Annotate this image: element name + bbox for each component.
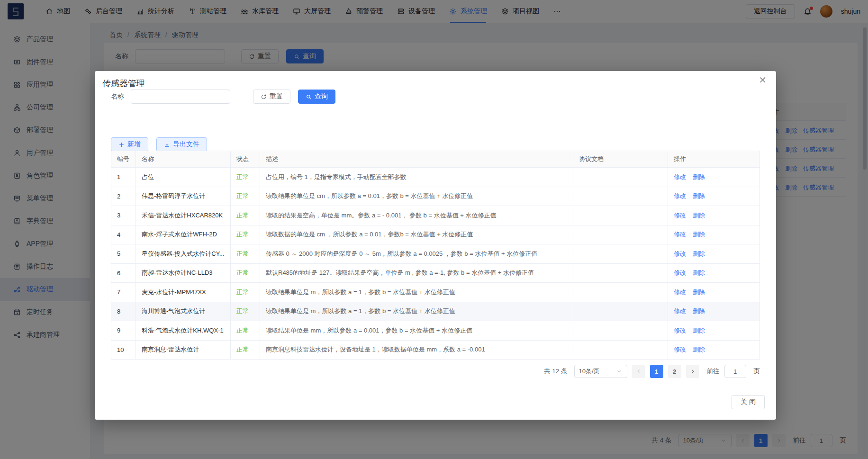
cell-status: 正常 [231, 225, 260, 244]
status-badge: 正常 [236, 192, 249, 200]
column-header: 名称 [136, 151, 231, 167]
cell-id: 3 [111, 206, 136, 225]
dialog-title: 传感器管理 [102, 78, 145, 89]
close-icon[interactable]: ✕ [759, 75, 767, 85]
page-size-select[interactable]: 10条/页 [574, 365, 627, 378]
cell-description: 南京润息科技雷达水位计，设备地址是 1，读取数据单位是 mm，系数 a = -0… [260, 341, 573, 360]
cell-id: 9 [111, 321, 136, 340]
cell-status: 正常 [231, 321, 260, 340]
modify-link[interactable]: 修改 [674, 326, 686, 335]
cell-description: 默认R485的地址是 127。读取结果是空高，单位是 m , 参数 a =-1,… [260, 264, 573, 283]
cell-protocol-doc [573, 341, 668, 360]
modify-link[interactable]: 修改 [674, 211, 686, 220]
cell-actions: 修改删除 [668, 187, 760, 206]
prev-page-button[interactable] [632, 365, 645, 378]
cell-name: 禾信-雷达水位计HXCAR820K [136, 206, 231, 225]
cell-actions: 修改删除 [668, 206, 760, 225]
dialog-pagination: 共 12 条10条/页12前往页 [544, 365, 760, 378]
cell-status: 正常 [231, 168, 260, 187]
delete-link[interactable]: 删除 [693, 211, 705, 220]
cell-id: 8 [111, 302, 136, 321]
cell-description: 读取结果单位是 m，所以参数 a = 1，参数 b = 水位基值 + 水位修正值 [260, 302, 573, 321]
download-icon [164, 142, 170, 148]
cell-actions: 修改删除 [668, 168, 760, 187]
page-number-2[interactable]: 2 [668, 365, 681, 378]
status-badge: 正常 [236, 288, 249, 297]
delete-link[interactable]: 删除 [693, 326, 705, 335]
table-row: 9科浩-气泡式水位计KH.WQX-1正常读取结果单位是 mm，所以参数 a = … [111, 321, 760, 340]
cell-status: 正常 [231, 244, 260, 263]
cell-description: 读取的结果是空高，单位是 mm。参数 a = - 0.001， 参数 b = 水… [260, 206, 573, 225]
delete-link[interactable]: 删除 [693, 345, 705, 354]
next-page-button[interactable] [686, 365, 699, 378]
delete-link[interactable]: 删除 [693, 173, 705, 181]
dialog-close-button[interactable]: 关 闭 [732, 395, 765, 409]
modify-link[interactable]: 修改 [674, 173, 686, 181]
page-number-1[interactable]: 1 [650, 365, 663, 378]
cell-protocol-doc [573, 168, 668, 187]
cell-actions: 修改删除 [668, 264, 760, 283]
status-badge: 正常 [236, 269, 249, 277]
dialog-query-button[interactable]: 查询 [298, 90, 335, 104]
column-header: 状态 [231, 151, 260, 167]
cell-actions: 修改删除 [668, 321, 760, 340]
delete-link[interactable]: 删除 [693, 288, 705, 297]
delete-link[interactable]: 删除 [693, 269, 705, 277]
cell-status: 正常 [231, 206, 260, 225]
cell-actions: 修改删除 [668, 283, 760, 302]
modify-link[interactable]: 修改 [674, 192, 686, 200]
table-row: 8海川博通-气泡式水位计正常读取结果单位是 m，所以参数 a = 1，参数 b … [111, 302, 760, 321]
modify-link[interactable]: 修改 [674, 307, 686, 315]
delete-link[interactable]: 删除 [693, 250, 705, 258]
cell-name: 占位 [136, 168, 231, 187]
goto-unit: 页 [754, 367, 760, 376]
goto-page-input[interactable] [724, 365, 746, 378]
table-header-row: 编号名称状态描述协议文档操作 [111, 151, 760, 167]
goto-label: 前往 [707, 367, 720, 376]
cell-description: 占位用，编号 1，是指专家模式，手动配置全部参数 [260, 168, 573, 187]
modify-link[interactable]: 修改 [674, 269, 686, 277]
delete-link[interactable]: 删除 [693, 230, 705, 239]
cell-protocol-doc [573, 264, 668, 283]
cell-id: 7 [111, 283, 136, 302]
cell-id: 10 [111, 341, 136, 360]
cell-name: 南昶-雷达水位计NC-LLD3 [136, 264, 231, 283]
chevron-down-icon [616, 368, 623, 375]
dialog-reset-button[interactable]: 重置 [253, 90, 290, 104]
cell-name: 麦克-水位计-MPM47XX [136, 283, 231, 302]
dialog-toolbar: 新增 导出文件 [111, 137, 207, 152]
cell-status: 正常 [231, 264, 260, 283]
column-header: 协议文档 [573, 151, 668, 167]
table-row: 3禾信-雷达水位计HXCAR820K正常读取的结果是空高，单位是 mm。参数 a… [111, 206, 760, 225]
cell-description: 读取结果单位是 mm，所以参数 a = 0.001，参数 b = 水位基值 + … [260, 321, 573, 340]
cell-id: 6 [111, 264, 136, 283]
modify-link[interactable]: 修改 [674, 230, 686, 239]
add-button[interactable]: 新增 [111, 137, 148, 152]
modify-link[interactable]: 修改 [674, 345, 686, 354]
cell-actions: 修改删除 [668, 244, 760, 263]
plus-icon [118, 142, 125, 148]
cell-status: 正常 [231, 283, 260, 302]
dialog-name-input[interactable] [131, 90, 230, 104]
search-icon [306, 94, 312, 100]
status-badge: 正常 [236, 326, 249, 335]
status-badge: 正常 [236, 345, 249, 354]
sensor-table: 编号名称状态描述协议文档操作 1占位正常占位用，编号 1，是指专家模式，手动配置… [111, 151, 760, 360]
dialog-search-bar: 名称 重置 查询 [111, 90, 335, 104]
name-label: 名称 [111, 92, 124, 101]
cell-actions: 修改删除 [668, 302, 760, 321]
page-size-value: 10条/页 [579, 367, 600, 376]
delete-link[interactable]: 删除 [693, 307, 705, 315]
export-file-button[interactable]: 导出文件 [156, 137, 207, 152]
delete-link[interactable]: 删除 [693, 192, 705, 200]
modify-link[interactable]: 修改 [674, 288, 686, 297]
modify-link[interactable]: 修改 [674, 250, 686, 258]
status-badge: 正常 [236, 250, 249, 258]
column-header: 操作 [668, 151, 760, 167]
table-row: 5星仪传感器-投入式水位计CY...正常传感器 0 ～ 2000 对应的是深度是… [111, 244, 760, 263]
cell-protocol-doc [573, 206, 668, 225]
cell-id: 1 [111, 168, 136, 187]
table-row: 10南京润息-雷达水位计正常南京润息科技雷达水位计，设备地址是 1，读取数据单位… [111, 340, 760, 360]
cell-id: 2 [111, 187, 136, 206]
status-badge: 正常 [236, 173, 249, 181]
